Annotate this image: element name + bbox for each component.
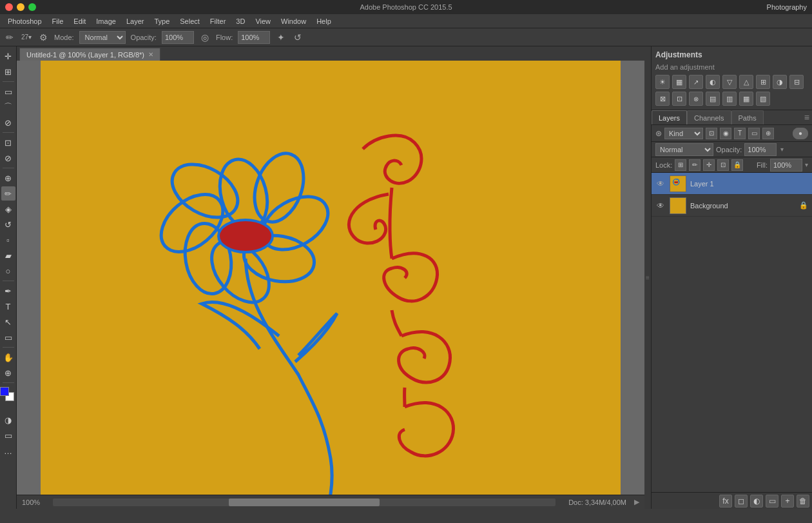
color-swatches[interactable] xyxy=(0,387,17,404)
adj-photo-filter[interactable]: ⊟ xyxy=(789,75,804,89)
layer-visibility-background[interactable]: 👁 xyxy=(655,201,666,211)
adj-hsl[interactable]: △ xyxy=(739,75,753,89)
adj-invert[interactable]: ⊗ xyxy=(689,92,703,106)
lock-artboard-icon[interactable]: ⊡ xyxy=(717,159,729,171)
menu-filter[interactable]: Filter xyxy=(205,14,231,28)
brush-preset-icon[interactable]: 27▾ xyxy=(21,32,32,43)
layer-item-layer1[interactable]: 👁 Layer 1 xyxy=(652,173,812,195)
lock-brush-icon[interactable]: ✏ xyxy=(689,159,701,171)
menu-select[interactable]: Select xyxy=(175,14,205,28)
collapse-handle[interactable]: ≡ xyxy=(644,46,651,509)
opacity-chevron-down[interactable]: ▾ xyxy=(780,146,784,153)
shape-tool[interactable]: ▭ xyxy=(1,330,15,344)
filter-pixel-icon[interactable]: ⊡ xyxy=(706,128,717,139)
menu-photoshop[interactable]: Photoshop xyxy=(3,14,47,28)
tab-channels[interactable]: Channels xyxy=(687,110,731,124)
panel-menu-icon[interactable]: ≡ xyxy=(804,112,809,123)
horizontal-scrollbar[interactable] xyxy=(53,498,556,506)
more-tools[interactable]: … xyxy=(1,444,15,458)
menu-image[interactable]: Image xyxy=(91,14,121,28)
adj-posterize[interactable]: ▤ xyxy=(706,92,720,106)
airbrush-icon[interactable]: ✦ xyxy=(275,32,287,43)
adj-selective-color[interactable]: ▧ xyxy=(756,92,770,106)
filter-toggle[interactable]: ● xyxy=(793,128,808,139)
adj-black-white[interactable]: ◑ xyxy=(773,75,787,89)
fill-input[interactable]: 100% xyxy=(770,159,802,172)
tab-paths[interactable]: Paths xyxy=(731,110,764,124)
canvas-tab-untitled[interactable]: Untitled-1 @ 100% (Layer 1, RGB/8*) ✕ xyxy=(19,48,160,61)
lock-all-icon[interactable]: 🔒 xyxy=(731,159,743,171)
layer-visibility-layer1[interactable]: 👁 xyxy=(655,179,666,189)
eraser-tool[interactable]: ▫ xyxy=(1,233,15,247)
menu-view[interactable]: View xyxy=(250,14,276,28)
doc-info-arrow[interactable]: ▶ xyxy=(634,498,639,506)
tab-layers[interactable]: Layers xyxy=(652,110,687,124)
adj-vibrance[interactable]: ▽ xyxy=(722,75,737,89)
spot-heal-tool[interactable]: ⊕ xyxy=(1,171,15,185)
canvas[interactable] xyxy=(41,61,621,495)
lock-move-icon[interactable]: ✛ xyxy=(703,159,715,171)
menu-type[interactable]: Type xyxy=(149,14,175,28)
adj-levels[interactable]: ▦ xyxy=(672,75,686,89)
screen-mode-tool[interactable]: ▭ xyxy=(1,428,15,442)
text-tool[interactable]: T xyxy=(1,299,15,313)
flow-input[interactable]: 100% xyxy=(238,31,270,44)
menu-layer[interactable]: Layer xyxy=(121,14,150,28)
quick-select-tool[interactable]: ⊘ xyxy=(1,115,15,130)
adj-curves[interactable]: ↗ xyxy=(689,75,703,89)
adj-brightness[interactable]: ☀ xyxy=(655,75,670,89)
minimize-button[interactable] xyxy=(17,3,24,11)
filter-type-icon[interactable]: T xyxy=(734,128,746,139)
move-tool[interactable]: ✛ xyxy=(1,49,15,63)
history-brush-tool[interactable]: ↺ xyxy=(1,217,15,232)
layer-item-background[interactable]: 👁 Background 🔒 xyxy=(652,195,812,217)
adj-color-lookup[interactable]: ⊡ xyxy=(672,92,686,106)
menu-edit[interactable]: Edit xyxy=(68,14,91,28)
filter-shape-icon[interactable]: ▭ xyxy=(748,128,760,139)
adj-gradient-map[interactable]: ▦ xyxy=(739,92,753,106)
opacity-input[interactable]: 100% xyxy=(744,143,777,156)
delete-layer-button[interactable]: 🗑 xyxy=(797,495,809,508)
filter-smart-icon[interactable]: ⊕ xyxy=(762,128,774,139)
maximize-button[interactable] xyxy=(28,3,36,11)
smoothing-icon[interactable]: ↺ xyxy=(292,32,304,43)
brush-tool[interactable]: ✏ xyxy=(1,186,15,201)
close-button[interactable] xyxy=(5,3,13,11)
fill-chevron-down[interactable]: ▾ xyxy=(805,161,808,168)
zoom-tool[interactable]: ⊕ xyxy=(1,366,15,380)
workspace-label[interactable]: Photography xyxy=(767,3,807,11)
adj-color-balance[interactable]: ⊞ xyxy=(756,75,770,89)
tab-close-icon[interactable]: ✕ xyxy=(148,51,153,58)
brush-settings-icon[interactable]: ⚙ xyxy=(37,32,49,43)
quick-mask-tool[interactable]: ◑ xyxy=(1,413,15,427)
brush-tool-icon[interactable]: ✏ xyxy=(4,32,15,43)
add-adjustment-button[interactable]: ◐ xyxy=(750,495,763,508)
scrollbar-thumb[interactable] xyxy=(229,498,380,506)
menu-file[interactable]: File xyxy=(47,14,69,28)
mode-select[interactable]: Normal Dissolve Multiply xyxy=(79,31,126,44)
fg-color-swatch[interactable] xyxy=(0,387,9,396)
menu-window[interactable]: Window xyxy=(276,14,311,28)
fx-button[interactable]: fx xyxy=(719,495,732,508)
dodge-tool[interactable]: ○ xyxy=(1,264,15,278)
lasso-tool[interactable]: ⌒ xyxy=(1,100,15,114)
lock-checkerboard-icon[interactable]: ⊞ xyxy=(675,159,686,171)
marquee-rect-tool[interactable]: ▭ xyxy=(1,84,15,99)
adj-exposure[interactable]: ◐ xyxy=(706,75,720,89)
adj-threshold[interactable]: ▥ xyxy=(722,92,737,106)
hand-tool[interactable]: ✋ xyxy=(1,350,15,364)
adj-channel-mixer[interactable]: ⊠ xyxy=(655,92,670,106)
eyedropper-tool[interactable]: ⊘ xyxy=(1,151,15,165)
add-mask-button[interactable]: ◻ xyxy=(735,495,748,508)
pen-tool[interactable]: ✒ xyxy=(1,284,15,298)
menu-help[interactable]: Help xyxy=(311,14,336,28)
gradient-tool[interactable]: ▰ xyxy=(1,248,15,262)
crop-tool[interactable]: ⊡ xyxy=(1,135,15,150)
path-select-tool[interactable]: ↖ xyxy=(1,315,15,329)
filter-kind-select[interactable]: Kind xyxy=(664,128,703,139)
clone-tool[interactable]: ◈ xyxy=(1,202,15,216)
artboard-tool[interactable]: ⊞ xyxy=(1,64,15,79)
blend-mode-select[interactable]: Normal Multiply Screen xyxy=(655,143,713,156)
filter-adj-icon[interactable]: ◉ xyxy=(720,128,731,139)
new-group-button[interactable]: ▭ xyxy=(766,495,778,508)
